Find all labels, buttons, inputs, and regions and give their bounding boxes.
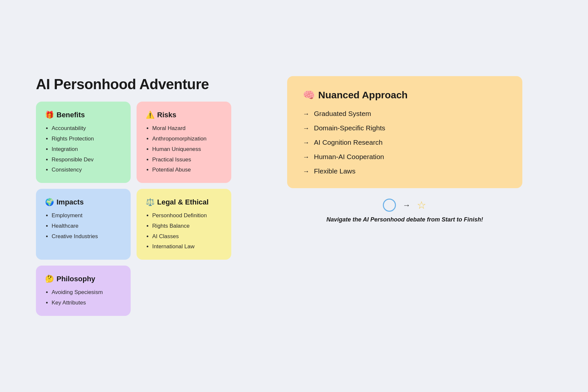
list-item: Healthcare [52, 222, 122, 230]
finish-star-icon: ☆ [417, 199, 426, 211]
risks-title-text: Risks [157, 111, 176, 119]
list-item: Accountability [52, 124, 122, 132]
navigation-section: → ☆ Navigate the AI Personhood debate fr… [326, 199, 483, 223]
list-item: Creative Industries [52, 233, 122, 240]
nuanced-emoji: 🧠 [303, 89, 315, 101]
philosophy-title-text: Philosophy [57, 275, 95, 283]
benefits-title: 🎁 Benefits [45, 111, 122, 119]
nuanced-card: 🧠 Nuanced Approach → Graduated System → … [287, 76, 522, 188]
nav-icons: → ☆ [383, 199, 426, 212]
card-benefits: 🎁 Benefits Accountability Rights Protect… [36, 102, 131, 183]
list-item: Rights Protection [52, 135, 122, 143]
nuanced-item-2: → Domain-Specific Rights [303, 124, 507, 132]
nav-arrow-icon: → [402, 201, 410, 210]
list-item: Employment [52, 212, 122, 220]
list-item: Integration [52, 145, 122, 153]
arrow-icon: → [303, 168, 309, 175]
page-container: AI Personhood Adventure 🎁 Benefits Accou… [16, 57, 572, 335]
nuanced-item-1: → Graduated System [303, 110, 507, 118]
list-item: Rights Balance [152, 222, 222, 230]
nuanced-item-text: AI Cognition Research [314, 139, 383, 146]
nav-text: Navigate the AI Personhood debate from S… [326, 216, 483, 223]
impacts-title: 🌍 Impacts [45, 198, 122, 206]
impacts-list: Employment Healthcare Creative Industrie… [45, 212, 122, 240]
nuanced-item-text: Flexible Laws [314, 167, 355, 175]
risks-title: ⚠️ Risks [146, 111, 222, 119]
list-item: International Law [152, 243, 222, 251]
legal-emoji: ⚖️ [146, 198, 155, 206]
card-risks: ⚠️ Risks Moral Hazard Anthropomorphizati… [137, 102, 231, 183]
left-section: AI Personhood Adventure 🎁 Benefits Accou… [36, 76, 231, 316]
card-legal: ⚖️ Legal & Ethical Personhood Definition… [137, 189, 231, 260]
list-item: Potential Abuse [152, 166, 222, 174]
risks-emoji: ⚠️ [146, 111, 155, 119]
card-philosophy: 🤔 Philosophy Avoiding Speciesism Key Att… [36, 266, 131, 316]
nuanced-item-text: Domain-Specific Rights [314, 124, 385, 132]
list-item: Human Uniqueness [152, 145, 222, 153]
list-item: AI Classes [152, 233, 222, 240]
nuanced-item-4: → Human-AI Cooperation [303, 153, 507, 161]
nuanced-title-text: Nuanced Approach [318, 90, 408, 101]
philosophy-list: Avoiding Speciesism Key Attributes [45, 288, 122, 307]
list-item: Personhood Definition [152, 212, 222, 220]
list-item: Consistency [52, 166, 122, 174]
risks-list: Moral Hazard Anthropomorphization Human … [146, 124, 222, 174]
benefits-title-text: Benefits [57, 111, 85, 119]
list-item: Anthropomorphization [152, 135, 222, 143]
nuanced-items: → Graduated System → Domain-Specific Rig… [303, 110, 507, 175]
card-impacts: 🌍 Impacts Employment Healthcare Creative… [36, 189, 131, 260]
right-section: 🧠 Nuanced Approach → Graduated System → … [257, 76, 552, 223]
arrow-icon: → [303, 153, 309, 161]
page-title: AI Personhood Adventure [36, 76, 231, 92]
impacts-emoji: 🌍 [45, 198, 54, 206]
list-item: Moral Hazard [152, 124, 222, 132]
nuanced-item-text: Graduated System [314, 110, 371, 118]
legal-title-text: Legal & Ethical [157, 198, 209, 206]
nuanced-item-3: → AI Cognition Research [303, 139, 507, 146]
nuanced-item-text: Human-AI Cooperation [314, 153, 384, 161]
benefits-list: Accountability Rights Protection Integra… [45, 124, 122, 174]
list-item: Practical Issues [152, 156, 222, 164]
legal-title: ⚖️ Legal & Ethical [146, 198, 222, 206]
philosophy-emoji: 🤔 [45, 275, 54, 283]
list-item: Responsible Dev [52, 156, 122, 164]
arrow-icon: → [303, 139, 309, 146]
arrow-icon: → [303, 124, 309, 132]
philosophy-title: 🤔 Philosophy [45, 275, 122, 283]
nuanced-item-5: → Flexible Laws [303, 167, 507, 175]
benefits-emoji: 🎁 [45, 111, 54, 119]
legal-list: Personhood Definition Rights Balance AI … [146, 212, 222, 251]
start-circle-icon [383, 199, 396, 212]
nuanced-title: 🧠 Nuanced Approach [303, 89, 507, 101]
impacts-title-text: Impacts [57, 198, 84, 206]
arrow-icon: → [303, 110, 309, 118]
cards-grid: 🎁 Benefits Accountability Rights Protect… [36, 102, 231, 316]
list-item: Key Attributes [52, 299, 122, 307]
list-item: Avoiding Speciesism [52, 288, 122, 296]
